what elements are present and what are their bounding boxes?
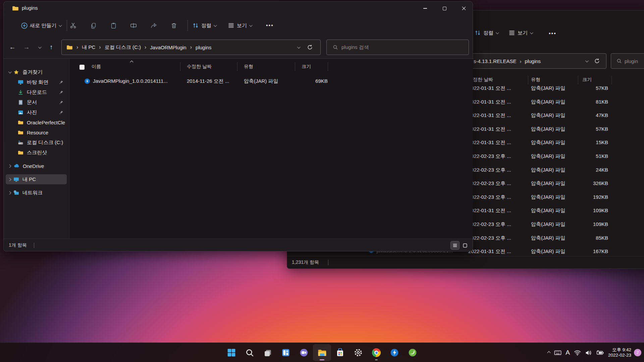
search-placeholder: plugins 검색 (341, 44, 369, 51)
volume-button[interactable] (583, 346, 594, 359)
sort-ascending-icon (130, 60, 133, 63)
folder-icon (18, 150, 23, 156)
chevron-down-icon[interactable] (585, 59, 589, 62)
sidebar-item-desktop[interactable]: 바탕 화면 (6, 77, 67, 87)
cut-button[interactable] (67, 20, 79, 31)
column-divider[interactable] (295, 62, 295, 71)
file-name[interactable]: JavaORMPlugin_1.0.0.2014111... (93, 78, 168, 84)
minimize-button[interactable] (417, 2, 433, 15)
details-view-toggle[interactable] (450, 241, 460, 250)
new-button[interactable]: 새로 만들기 (21, 20, 61, 31)
chevron-collapsed-icon[interactable] (8, 164, 11, 168)
notification-badge[interactable]: 2 (634, 349, 641, 356)
search-box[interactable]: plugins 검색 (326, 40, 469, 55)
taskbar-search-button[interactable] (240, 344, 259, 361)
badge-count: 2 (637, 350, 639, 355)
chevron-collapsed-icon[interactable] (8, 191, 11, 194)
maximize-button[interactable] (437, 2, 452, 15)
sidebar-item-resource[interactable]: Resource (6, 127, 67, 137)
close-button[interactable] (456, 2, 472, 15)
chevron-down-icon[interactable] (297, 45, 301, 49)
sidebar-item-local-disk[interactable]: 로컬 디스크 (C:) (6, 137, 67, 147)
view-label: 보기 (237, 22, 247, 29)
forward-button[interactable]: → (21, 42, 32, 53)
chevron-collapsed-icon[interactable] (8, 178, 11, 181)
start-button[interactable] (222, 344, 240, 361)
delete-button[interactable] (168, 20, 179, 31)
titlebar[interactable]: plugins (4, 2, 473, 15)
tray-chevron-up[interactable] (546, 346, 552, 359)
sidebar-item-network[interactable]: 네트워크 (6, 188, 67, 198)
sidebar-item-downloads[interactable]: 다운로드 (6, 87, 67, 97)
keyboard-icon (554, 349, 561, 356)
share-button[interactable] (148, 20, 159, 31)
select-all-checkbox[interactable] (79, 65, 85, 70)
refresh-icon[interactable] (307, 44, 313, 50)
column-date[interactable]: 수정한 날짜 (187, 64, 212, 70)
bg-breadcrumb-path[interactable]: s-4.13.1.RELEASE (474, 58, 517, 64)
table-row[interactable]: JavaORMPlugin_1.0.0.2014111... 2014-11-2… (73, 76, 469, 86)
sidebar-item-onedrive[interactable]: OneDrive (6, 161, 67, 171)
bg-more-button[interactable]: ••• (549, 31, 556, 37)
battery-button[interactable] (594, 346, 606, 359)
sidebar-item-pictures[interactable]: 사진 (6, 107, 67, 117)
breadcrumb-local-disk[interactable]: 로컬 디스크 (C:) (105, 44, 141, 51)
more-button[interactable]: ••• (266, 22, 274, 28)
sidebar-item-documents[interactable]: 문서 (6, 97, 67, 107)
breadcrumb-my-pc[interactable]: 내 PC (82, 44, 95, 51)
widgets-button[interactable] (277, 344, 295, 361)
breadcrumb-plugins[interactable]: plugins (196, 45, 212, 50)
chrome-button[interactable] (367, 344, 385, 361)
sidebar-item-label: 내 PC (22, 176, 36, 183)
column-type[interactable]: 유형 (244, 64, 253, 70)
paste-button[interactable] (108, 20, 119, 31)
breadcrumb-javaormplugin[interactable]: JavaORMPlugin (150, 45, 186, 50)
store-button[interactable] (331, 344, 349, 361)
file-date: 2022-02-23 오후 ... (468, 221, 511, 228)
spring-app-button[interactable] (404, 344, 422, 361)
task-view-button[interactable] (259, 344, 277, 361)
column-divider[interactable] (328, 62, 328, 71)
onedrive-icon (13, 163, 19, 169)
sidebar-item-my-pc[interactable]: 내 PC (6, 174, 67, 184)
sidebar-item-favorites[interactable]: 즐겨찾기 (6, 67, 67, 77)
column-divider[interactable] (180, 62, 180, 71)
column-divider[interactable] (237, 62, 237, 71)
column-size[interactable]: 크기 (302, 64, 311, 70)
up-button[interactable]: ↑ (46, 42, 57, 53)
explorer-window[interactable]: plugins 새로 만들기 (3, 1, 473, 251)
sidebar-item-oracleperfectcle[interactable]: OraclePerfectCle (6, 117, 67, 127)
file-date: 2022-01-31 오전 ... (468, 248, 511, 255)
large-icons-view-toggle[interactable] (461, 241, 470, 250)
wifi-button[interactable] (572, 346, 583, 359)
network-icon (13, 190, 19, 196)
chevron-expanded-icon[interactable] (8, 70, 12, 73)
sidebar-item-screenshots[interactable]: 스크린샷 (6, 147, 67, 158)
java-app-button[interactable] (385, 344, 404, 361)
bg-sort-button[interactable]: 정렬 (474, 27, 498, 39)
clock[interactable]: 오후 9:42 2022-02-23 (606, 346, 633, 359)
copy-button[interactable] (88, 20, 99, 31)
desktop-icon (18, 79, 23, 85)
ime-indicator[interactable]: A (564, 346, 572, 359)
touch-keyboard-button[interactable] (552, 346, 564, 359)
bg-breadcrumb-leaf[interactable]: plugins (525, 58, 541, 64)
rename-button[interactable] (128, 20, 139, 31)
folder-icon (18, 120, 23, 125)
settings-button[interactable] (349, 344, 367, 361)
chat-button[interactable] (295, 344, 313, 361)
column-name[interactable]: 이름 (92, 64, 101, 70)
chevron-down-icon (496, 31, 499, 34)
address-bar[interactable]: › 내 PC › 로컬 디스크 (C:) › JavaORMPlugin › p… (61, 40, 321, 55)
recent-locations-button[interactable] (35, 43, 44, 52)
sort-arrows-icon (474, 29, 481, 36)
bg-view-button[interactable]: 보기 (508, 27, 532, 39)
bg-search-box[interactable]: plugin (611, 53, 644, 69)
back-button[interactable]: ← (7, 42, 18, 53)
file-explorer-button[interactable] (313, 344, 331, 361)
spring-app-icon (408, 348, 417, 357)
sort-button[interactable]: 정렬 (192, 20, 216, 31)
refresh-icon[interactable] (594, 58, 600, 64)
view-button[interactable]: 보기 (228, 20, 252, 31)
file-size: 81KB (555, 99, 608, 105)
